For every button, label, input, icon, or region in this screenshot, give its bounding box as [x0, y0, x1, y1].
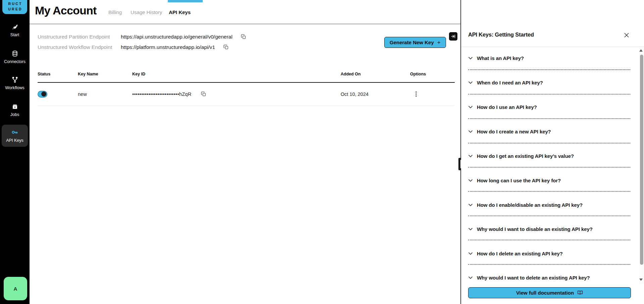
chevron-down-icon — [468, 252, 473, 255]
page-title: My Account — [35, 4, 96, 17]
view-full-documentation-button[interactable]: View full documentation — [468, 287, 631, 298]
endpoint-value: https://api.unstructuredapp.io/general/v… — [121, 34, 233, 40]
sidebar-item-workflows[interactable]: Workflows — [0, 76, 30, 90]
sidebar-item-label: API Keys — [6, 138, 23, 143]
scrollbar-thumb[interactable] — [640, 55, 643, 265]
faq-question: How do I get an existing API key’s value… — [477, 153, 574, 159]
branch-icon — [11, 76, 18, 83]
chevron-down-icon — [468, 276, 473, 279]
tab-billing[interactable]: Billing — [108, 0, 122, 24]
chevron-down-icon — [468, 81, 473, 84]
col-header-key-id: Key ID — [132, 72, 341, 76]
endpoint-value: https://platform.unstructuredapp.io/api/… — [121, 44, 215, 50]
faq-question: Why would I want to delete an existing A… — [477, 275, 590, 281]
key-status-toggle[interactable] — [38, 91, 47, 98]
chevron-down-icon — [468, 57, 473, 60]
copy-icon[interactable] — [223, 44, 229, 50]
generate-new-key-button[interactable]: Generate New Key + — [384, 37, 446, 48]
dotted-divider — [468, 264, 630, 265]
dotted-divider — [468, 167, 630, 168]
chevron-down-icon — [468, 106, 473, 109]
tab-api-keys[interactable]: API Keys — [169, 0, 191, 24]
faq-item[interactable]: How do I get an existing API key’s value… — [468, 152, 626, 160]
faq-item[interactable]: What is an API key? — [468, 54, 626, 62]
generate-new-key-label: Generate New Key — [390, 40, 434, 45]
partition-endpoint-row: Unstructured Partition Endpoint https://… — [38, 32, 246, 41]
sidebar-item-start[interactable]: Start — [0, 23, 30, 37]
dotted-divider — [468, 118, 630, 119]
sidebar-item-connectors[interactable]: Connectors — [0, 50, 30, 64]
faq-question: How do I delete an existing API key? — [477, 251, 563, 256]
endpoints-section: Unstructured Partition Endpoint https://… — [38, 32, 246, 53]
collapse-panel-icon — [451, 34, 455, 39]
dotted-divider — [468, 94, 630, 95]
endpoint-label: Unstructured Partition Endpoint — [38, 34, 121, 40]
faq-question: Why would I want to disable an existing … — [477, 226, 593, 232]
faq-question: How long can I use the API key for? — [477, 178, 561, 183]
faq-item[interactable]: How do I use an API key? — [468, 103, 626, 111]
chevron-down-icon — [468, 203, 473, 206]
dotted-divider — [468, 69, 630, 70]
active-tab-indicator — [168, 0, 203, 2]
faq-question: What is an API key? — [477, 55, 524, 61]
unstructured-logo[interactable]: RUCT URED — [2, 0, 27, 14]
sidebar: RUCT URED Start Connectors — [0, 0, 30, 304]
faq-item[interactable]: How do I delete an existing API key? — [468, 250, 626, 257]
avatar-letter: A — [14, 286, 17, 292]
copy-icon[interactable] — [201, 91, 206, 97]
view-full-documentation-label: View full documentation — [516, 290, 574, 296]
sidebar-item-label: Start — [10, 33, 19, 37]
user-avatar[interactable]: A — [4, 277, 27, 300]
api-keys-table: Status Key Name Key ID Added On Options … — [38, 72, 455, 106]
scroll-down-arrow[interactable] — [639, 279, 643, 281]
database-icon — [11, 50, 18, 57]
dotted-divider — [468, 143, 630, 143]
panel-header: API Keys: Getting Started — [461, 0, 644, 47]
dotted-divider — [468, 191, 630, 192]
panel-title: API Keys: Getting Started — [468, 32, 534, 38]
logo-text-top: RUCT — [8, 1, 22, 6]
sidebar-item-api-keys[interactable]: API Keys — [2, 125, 28, 147]
scroll-up-arrow[interactable] — [639, 49, 643, 52]
open-book-icon — [577, 290, 583, 296]
tab-usage-history[interactable]: Usage History — [131, 0, 162, 24]
col-header-key-name: Key Name — [78, 72, 132, 76]
collapse-panel-button[interactable] — [449, 32, 457, 41]
inbox-icon — [11, 103, 18, 110]
col-header-status: Status — [38, 72, 78, 76]
added-on-cell: Oct 10, 2024 — [341, 92, 410, 97]
close-icon[interactable] — [623, 32, 630, 39]
masked-key-id: ••••••••••••••••••••••••••hZqR — [132, 92, 191, 97]
chevron-down-icon — [468, 155, 473, 158]
faq-item[interactable]: When do I need an API key? — [468, 79, 626, 86]
sidebar-item-jobs[interactable]: Jobs — [0, 103, 30, 117]
toggle-knob — [41, 92, 46, 97]
col-header-added-on: Added On — [341, 72, 410, 76]
sidebar-item-label: Workflows — [5, 85, 24, 90]
page-header: My Account Billing Usage History API Key… — [30, 0, 461, 24]
workflow-endpoint-row: Unstructured Workflow Endpoint https://p… — [38, 43, 246, 52]
col-header-options: Options — [410, 72, 455, 76]
rocket-icon — [11, 23, 18, 31]
faq-item[interactable]: How long can I use the API key for? — [468, 177, 626, 184]
getting-started-panel: API Keys: Getting Started What is an API… — [461, 0, 644, 304]
faq-item[interactable]: Why would I want to delete an existing A… — [468, 274, 626, 281]
faq-item[interactable]: How do I create a new API key? — [468, 128, 626, 135]
key-name-cell: new — [78, 92, 132, 97]
faq-question: How do I enable/disable an existing API … — [477, 202, 583, 208]
faq-item[interactable]: How do I enable/disable an existing API … — [468, 201, 626, 208]
plus-icon: + — [437, 39, 441, 46]
copy-icon[interactable] — [241, 34, 246, 40]
faq-question: How do I create a new API key? — [477, 129, 551, 134]
dotted-divider — [468, 240, 630, 240]
logo-text-bottom: URED — [8, 6, 22, 12]
table-header: Status Key Name Key ID Added On Options — [38, 72, 455, 83]
faq-item[interactable]: Why would I want to disable an existing … — [468, 225, 626, 233]
row-options-button[interactable] — [410, 90, 417, 98]
chevron-down-icon — [468, 179, 473, 182]
chevron-down-icon — [468, 130, 473, 133]
dotted-divider — [468, 216, 630, 216]
kebab-menu-icon — [415, 94, 417, 95]
sidebar-item-label: Connectors — [4, 59, 26, 64]
chevron-down-icon — [468, 228, 473, 231]
